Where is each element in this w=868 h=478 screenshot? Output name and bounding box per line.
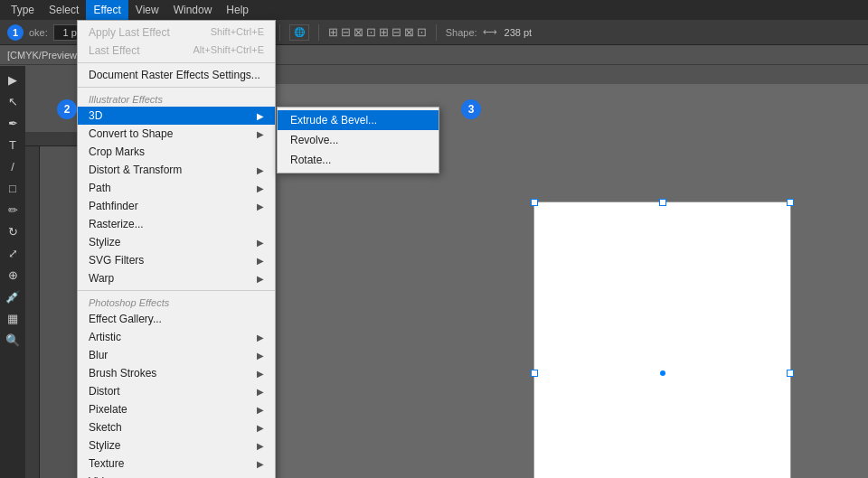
distort-label: Distort	[89, 385, 120, 398]
menu-item-brush-strokes[interactable]: Brush Strokes ▶	[78, 364, 275, 382]
menu-item-distort[interactable]: Distort ▶	[78, 382, 275, 400]
eyedropper-tool[interactable]: 💉	[3, 286, 23, 306]
photoshop-effects-section: Photoshop Effects	[78, 294, 275, 310]
artistic-arrow-icon: ▶	[257, 333, 264, 342]
svg-filters-label: SVG Filters	[89, 254, 144, 267]
rotate-tool[interactable]: ↻	[3, 221, 23, 241]
apply-last-effect-shortcut: Shift+Ctrl+E	[211, 26, 264, 39]
menu-type[interactable]: Type	[4, 0, 42, 20]
brush-strokes-arrow-icon: ▶	[257, 369, 264, 379]
warp-arrow-icon: ▶	[257, 274, 264, 284]
menu-item-3d[interactable]: 3D ▶ Extrude & Bevel... Revolve... Rotat…	[78, 107, 275, 125]
pixelate-arrow-icon: ▶	[257, 405, 264, 415]
sketch-label: Sketch	[89, 421, 122, 434]
globe-icon[interactable]: 🌐	[289, 24, 309, 41]
blur-label: Blur	[89, 349, 108, 361]
stylize-ps-arrow-icon: ▶	[257, 441, 264, 451]
menu-item-path[interactable]: Path ▶	[78, 179, 275, 197]
document-raster-item[interactable]: Document Raster Effects Settings...	[78, 66, 275, 84]
menu-item-artistic[interactable]: Artistic ▶	[78, 328, 275, 346]
3d-label: 3D	[89, 109, 102, 122]
handle-mid-right[interactable]	[787, 370, 794, 377]
step3-badge: 3	[461, 99, 481, 119]
blend-tool[interactable]: ⊕	[3, 265, 23, 285]
menu-item-pathfinder[interactable]: Pathfinder ▶	[78, 197, 275, 215]
rasterize-label: Rasterize...	[89, 218, 144, 230]
handle-top-right[interactable]	[787, 199, 794, 206]
svg-filters-arrow-icon: ▶	[257, 256, 264, 266]
rect-tool[interactable]: □	[3, 178, 23, 198]
align-center-icon[interactable]: ⊟	[341, 25, 351, 39]
path-arrow-icon: ▶	[257, 183, 264, 193]
menu-item-stylize-ai[interactable]: Stylize ▶	[78, 233, 275, 251]
pen-tool[interactable]: ✒	[3, 113, 23, 133]
illustrator-effects-section: Illustrator Effects	[78, 90, 275, 107]
menu-item-texture[interactable]: Texture ▶	[78, 455, 275, 473]
step1-badge: 1	[7, 24, 24, 41]
sketch-arrow-icon: ▶	[257, 423, 264, 433]
apply-last-effect-label: Apply Last Effect	[89, 26, 170, 39]
align-left-icon[interactable]: ⊞	[328, 25, 338, 39]
effect-menu-dropdown: Apply Last Effect Shift+Ctrl+E Last Effe…	[77, 20, 276, 478]
menu-item-video[interactable]: Video ▶	[78, 473, 275, 478]
select-tool[interactable]: ▶	[3, 70, 23, 89]
zoom-tool[interactable]: 🔍	[3, 330, 23, 350]
menu-item-crop-marks[interactable]: Crop Marks	[78, 143, 275, 161]
stylize-ai-arrow-icon: ▶	[257, 238, 264, 248]
menu-item-rasterize[interactable]: Rasterize...	[78, 215, 275, 233]
center-dot	[660, 370, 665, 376]
scale-tool[interactable]: ⤢	[3, 243, 23, 263]
ruler-vertical	[25, 146, 40, 478]
menu-item-sketch[interactable]: Sketch ▶	[78, 418, 275, 436]
handle-top-left[interactable]	[531, 199, 538, 206]
align-top-icon[interactable]: ⊡	[366, 25, 376, 39]
menu-item-svg-filters[interactable]: SVG Filters ▶	[78, 251, 275, 269]
document-raster-label: Document Raster Effects Settings...	[89, 69, 260, 81]
apply-last-effect-item: Apply Last Effect Shift+Ctrl+E	[78, 23, 275, 42]
menu-item-warp[interactable]: Warp ▶	[78, 269, 275, 287]
menu-view[interactable]: View	[128, 0, 166, 20]
brush-tool[interactable]: ✏	[3, 200, 23, 220]
line-tool[interactable]: /	[3, 156, 23, 176]
menu-item-effect-gallery[interactable]: Effect Gallery...	[78, 310, 275, 328]
revolve-label: Revolve...	[290, 134, 338, 146]
menu-item-blur[interactable]: Blur ▶	[78, 346, 275, 364]
last-effect-shortcut: Alt+Shift+Ctrl+E	[193, 44, 264, 57]
menu-bar: Type Select Effect View Window Help	[0, 0, 868, 20]
sep3	[78, 290, 275, 291]
direct-select-tool[interactable]: ↖	[3, 91, 23, 111]
last-effect-item: Last Effect Alt+Shift+Ctrl+E	[78, 42, 275, 60]
menu-item-stylize-ps[interactable]: Stylize ▶	[78, 436, 275, 455]
revolve-item[interactable]: Revolve...	[278, 130, 439, 150]
type-tool[interactable]: T	[3, 135, 23, 155]
rotate-item[interactable]: Rotate...	[278, 150, 439, 170]
warp-label: Warp	[89, 272, 114, 285]
align-icons: ⊞ ⊟ ⊠ ⊡ ⊞ ⊟ ⊠ ⊡	[328, 25, 427, 39]
stroke-label: oke:	[29, 27, 48, 38]
path-label: Path	[89, 182, 111, 194]
rotate-label: Rotate...	[290, 154, 331, 166]
menu-item-pixelate[interactable]: Pixelate ▶	[78, 400, 275, 418]
gradient-tool[interactable]: ▦	[3, 308, 23, 328]
align-mid-icon[interactable]: ⊞	[379, 25, 389, 39]
menu-help[interactable]: Help	[219, 0, 256, 20]
align-right-icon[interactable]: ⊠	[354, 25, 363, 39]
handle-mid-left[interactable]	[531, 370, 538, 377]
blur-arrow-icon: ▶	[257, 351, 264, 361]
3d-arrow-icon: ▶	[257, 111, 264, 121]
pixelate-label: Pixelate	[89, 403, 127, 416]
shape-label: Shape:	[446, 27, 477, 38]
handle-top-center[interactable]	[659, 199, 666, 206]
brush-strokes-label: Brush Strokes	[89, 367, 156, 380]
left-toolbar: ▶ ↖ ✒ T / □ ✏ ↻ ⤢ ⊕ 💉 ▦ 🔍	[0, 66, 25, 478]
menu-select[interactable]: Select	[42, 0, 86, 20]
distrib-v-icon[interactable]: ⊡	[417, 25, 427, 39]
distrib-h-icon[interactable]: ⊠	[404, 25, 414, 39]
menu-item-convert-to-shape[interactable]: Convert to Shape ▶	[78, 125, 275, 143]
menu-effect[interactable]: Effect	[86, 0, 127, 20]
extrude-bevel-label: Extrude & Bevel...	[290, 114, 377, 127]
menu-item-distort-transform[interactable]: Distort & Transform ▶	[78, 161, 275, 179]
menu-window[interactable]: Window	[166, 0, 220, 20]
extrude-bevel-item[interactable]: Extrude & Bevel...	[278, 110, 439, 130]
align-bottom-icon[interactable]: ⊟	[392, 25, 401, 39]
